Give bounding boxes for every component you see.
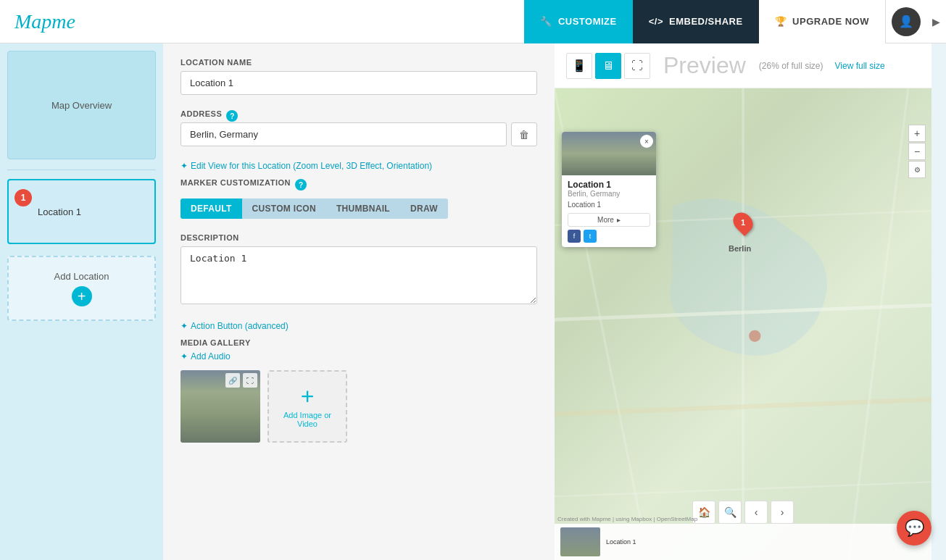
- address-row: 🗑: [181, 122, 537, 146]
- media-thumb-icons: 🔗 ⛶: [225, 373, 257, 388]
- trophy-icon: 🏆: [775, 16, 787, 27]
- address-help-icon[interactable]: ?: [226, 110, 238, 122]
- add-media-label: Add Image or Video: [283, 411, 331, 428]
- mobile-view-button[interactable]: 📱: [566, 53, 592, 79]
- map-overview-label: Map Overview: [51, 100, 112, 111]
- desktop-view-button[interactable]: 🖥: [595, 53, 621, 79]
- svg-line-4: [849, 88, 908, 560]
- editor-panel: LOCATION NAME ADDRESS ? 🗑 ✦ Edit View fo…: [163, 43, 555, 560]
- location-name-input[interactable]: [181, 71, 537, 95]
- svg-point-7: [749, 330, 760, 342]
- popup-body: Location 1 Berlin, Germany Location 1 Mo…: [562, 175, 656, 247]
- add-media-button[interactable]: + Add Image or Video: [267, 370, 347, 443]
- strip-thumbnail-1[interactable]: [560, 527, 600, 556]
- chat-button[interactable]: 💬: [897, 511, 932, 546]
- add-location-icon: +: [72, 286, 92, 306]
- marker-tab-draw[interactable]: DRAW: [400, 198, 448, 219]
- location-1-item[interactable]: 1 Location 1: [7, 179, 156, 244]
- description-textarea[interactable]: [181, 246, 537, 304]
- marker-tab-default[interactable]: DEFAULT: [181, 198, 242, 219]
- add-location-item[interactable]: Add Location +: [7, 256, 156, 321]
- upgrade-button[interactable]: 🏆 UPGRADE NOW: [759, 0, 886, 43]
- add-audio-link[interactable]: ✦ Add Audio: [181, 351, 537, 362]
- zoom-out-button[interactable]: −: [908, 143, 926, 160]
- popup-more-arrow-icon: ▸: [617, 216, 621, 224]
- map-controls: + − ⚙: [908, 125, 926, 178]
- popup-social-row: f t: [568, 230, 650, 243]
- media-thumb-expand-icon[interactable]: ⛶: [243, 373, 257, 388]
- map-container: Berlin × Location 1 Berlin, Germany Loca…: [555, 88, 932, 560]
- preview-view-icons: 📱 🖥 ⛶: [566, 53, 650, 79]
- customize-button[interactable]: 🔧 CUSTOMIZE: [524, 0, 632, 43]
- marker-help-icon[interactable]: ?: [295, 179, 307, 191]
- view-full-size-link[interactable]: View full size: [835, 61, 885, 71]
- address-delete-button[interactable]: 🗑: [511, 122, 537, 146]
- map-thumb-strip: Location 1: [555, 524, 932, 560]
- popup-address: Berlin, Germany: [568, 190, 650, 198]
- map-search-button[interactable]: 🔍: [718, 501, 742, 524]
- map-attribution: Created with Mapme | using Mapbox | Open…: [557, 516, 697, 522]
- map-marker-1[interactable]: 1: [734, 212, 752, 233]
- popup-description: Location 1: [568, 201, 650, 209]
- marker-number: 1: [741, 218, 745, 227]
- header: Mapme 🔧 CUSTOMIZE </> EMBED/SHARE 🏆 UPGR…: [0, 0, 946, 43]
- sidebar: Map Overview 1 Location 1 Add Location +: [0, 43, 163, 560]
- description-section: DESCRIPTION: [181, 233, 537, 306]
- preview-panel: 📱 🖥 ⛶ Preview (26% of full size) View fu…: [555, 43, 932, 560]
- marker-tabs: DEFAULT CUSTOM ICON THUMBNAIL DRAW: [181, 198, 537, 219]
- map-next-button[interactable]: ›: [771, 501, 794, 524]
- fake-map: Berlin × Location 1 Berlin, Germany Loca…: [555, 88, 932, 560]
- code-icon: </>: [649, 16, 663, 27]
- add-location-label: Add Location: [54, 271, 109, 282]
- marker-tab-thumbnail[interactable]: THUMBNAIL: [326, 198, 400, 219]
- description-label: DESCRIPTION: [181, 233, 537, 242]
- logo[interactable]: Mapme: [0, 10, 90, 33]
- user-menu-chevron-icon[interactable]: ▶: [926, 16, 946, 28]
- zoom-in-button[interactable]: +: [908, 125, 926, 142]
- user-avatar[interactable]: 👤: [892, 7, 921, 36]
- preview-size-text: (26% of full size): [759, 61, 823, 71]
- media-thumb-link-icon[interactable]: 🔗: [225, 373, 240, 388]
- edit-view-link[interactable]: ✦ Edit View for this Location (Zoom Leve…: [181, 161, 537, 171]
- twitter-share-icon[interactable]: t: [584, 230, 597, 243]
- media-thumbnail-1[interactable]: 🔗 ⛶: [181, 370, 260, 443]
- map-settings-button[interactable]: ⚙: [908, 161, 926, 178]
- facebook-share-icon[interactable]: f: [568, 230, 581, 243]
- popup-title: Location 1: [568, 180, 650, 190]
- media-gallery-label: MEDIA GALLERY: [181, 338, 537, 347]
- preview-header: 📱 🖥 ⛶ Preview (26% of full size) View fu…: [555, 43, 932, 88]
- add-media-plus-icon: +: [301, 385, 315, 408]
- preview-title: Preview: [663, 52, 746, 79]
- media-gallery-section: MEDIA GALLERY ✦ Add Audio 🔗 ⛶ + Add Imag…: [181, 338, 537, 443]
- action-button-link[interactable]: ✦ Action Button (advanced): [181, 321, 537, 331]
- popup-close-button[interactable]: ×: [640, 135, 653, 148]
- marker-customization-label: MARKER CUSTOMIZATION: [181, 178, 291, 187]
- location-1-badge: 1: [14, 189, 32, 206]
- address-label: ADDRESS: [181, 109, 222, 118]
- wrench-icon: 🔧: [540, 16, 552, 27]
- media-grid: 🔗 ⛶ + Add Image or Video: [181, 370, 537, 443]
- fullscreen-view-button[interactable]: ⛶: [624, 53, 650, 79]
- popup-more-button[interactable]: More ▸: [568, 213, 650, 227]
- address-input[interactable]: [181, 122, 507, 146]
- main-content: Map Overview 1 Location 1 Add Location +…: [0, 43, 946, 560]
- location-name-label: LOCATION NAME: [181, 58, 537, 67]
- map-prev-button[interactable]: ‹: [744, 501, 768, 524]
- marker-customization-section: MARKER CUSTOMIZATION ? DEFAULT CUSTOM IC…: [181, 178, 537, 219]
- location-1-label: Location 1: [38, 206, 81, 217]
- sidebar-divider: [7, 170, 156, 170]
- berlin-city-label: Berlin: [729, 244, 751, 253]
- map-popup: × Location 1 Berlin, Germany Location 1 …: [562, 132, 656, 247]
- embed-share-button[interactable]: </> EMBED/SHARE: [633, 0, 759, 43]
- map-overview-item[interactable]: Map Overview: [7, 51, 156, 159]
- strip-label-1: Location 1: [603, 538, 636, 546]
- marker-tab-custom-icon[interactable]: CUSTOM ICON: [242, 198, 326, 219]
- location-name-section: LOCATION NAME: [181, 58, 537, 95]
- address-section: ADDRESS ? 🗑: [181, 109, 537, 146]
